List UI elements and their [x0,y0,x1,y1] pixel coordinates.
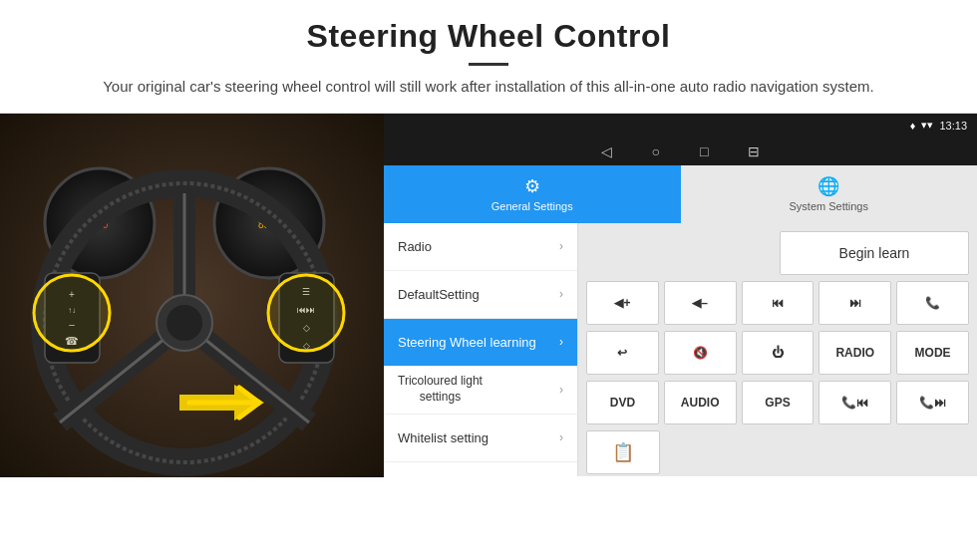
button-row-1: ◀+ ◀– ⏮ ⏭ 📞 [586,281,969,325]
settings-body: Radio › DefaultSetting › Steering Wheel … [384,223,977,476]
menu-item-steering-wheel[interactable]: Steering Wheel learning › [384,319,577,367]
vol-up-icon: ◀+ [614,296,630,310]
gps-button[interactable]: GPS [742,381,814,424]
phone-icon: 📞 [925,296,940,310]
gps-label: GPS [765,396,790,410]
settings-panel: Begin learn ◀+ ◀– ⏮ ⏭ [578,223,977,476]
next-track-icon: ⏭ [849,296,861,310]
menu-item-default-label: DefaultSetting [398,287,480,302]
vol-down-icon: ◀– [692,296,708,310]
list-icon-button[interactable]: 📋 [586,430,660,474]
phone-prev-button[interactable]: 📞⏮ [818,381,891,424]
begin-learn-row: Begin learn [586,231,969,275]
button-row-2: ↩ 🔇 ⏻ RADIO MODE [586,331,969,375]
screenshot-nav-icon[interactable]: ⊟ [748,143,760,159]
power-button[interactable]: ⏻ [742,331,814,375]
page-header: Steering Wheel Control Your original car… [0,0,977,109]
home-nav-icon[interactable]: ○ [652,143,660,159]
prev-track-button[interactable]: ⏮ [742,281,814,325]
button-row-3: DVD AUDIO GPS 📞⏮ 📞⏭ [586,381,969,424]
menu-item-tricoloured[interactable]: Tricoloured lightsettings › [384,367,577,415]
bottom-row: 📋 [586,430,969,474]
chevron-icon: › [559,239,563,253]
audio-label: AUDIO [681,396,720,410]
page-subtitle: Your original car's steering wheel contr… [60,76,917,99]
settings-menu: Radio › DefaultSetting › Steering Wheel … [384,223,578,476]
svg-point-25 [34,275,110,351]
mode-label: MODE [915,346,951,360]
recent-nav-icon[interactable]: □ [700,143,708,159]
nav-bar[interactable]: ◁ ○ □ ⊟ [384,138,977,165]
system-settings-label: System Settings [790,200,868,212]
svg-point-26 [268,275,344,351]
next-track-button[interactable]: ⏭ [818,281,891,325]
phone-next-icon: 📞⏭ [919,396,946,410]
chevron-icon: › [559,287,563,301]
mode-button[interactable]: MODE [896,331,969,375]
dvd-label: DVD [610,396,635,410]
phone-next-button[interactable]: 📞⏭ [896,381,969,424]
general-settings-icon: ⚙ [524,175,540,197]
steering-wheel-image: 180 8000 + ↑↓ – ☎ ☰ ⏮⏭ [0,114,384,477]
time-display: 13:13 [939,120,967,132]
chevron-icon: › [559,383,563,397]
audio-button[interactable]: AUDIO [664,381,737,424]
chevron-icon: › [559,430,563,444]
title-divider [469,63,508,66]
radio-label: RADIO [835,346,874,360]
menu-item-radio[interactable]: Radio › [384,223,577,271]
vol-up-button[interactable]: ◀+ [586,281,659,325]
begin-learn-button[interactable]: Begin learn [780,231,969,275]
status-bar: ♦ ▾▾ 13:13 [384,114,977,138]
tab-system-settings[interactable]: 🌐 System Settings [681,165,978,223]
dvd-button[interactable]: DVD [586,381,659,424]
vol-down-button[interactable]: ◀– [664,281,737,325]
spacer [586,231,774,275]
tab-general-settings[interactable]: ⚙ General Settings [384,165,681,223]
signal-icon: ▾▾ [921,119,933,132]
menu-item-steering-label: Steering Wheel learning [398,335,536,350]
phone-prev-icon: 📞⏮ [841,396,868,410]
photo-area: 180 8000 + ↑↓ – ☎ ☰ ⏮⏭ [0,114,384,477]
page-title: Steering Wheel Control [60,18,917,55]
chevron-icon: › [559,335,563,349]
prev-track-icon: ⏮ [772,296,784,310]
menu-item-whitelist-label: Whitelist setting [398,430,488,445]
menu-item-whitelist[interactable]: Whitelist setting › [384,415,577,462]
mute-icon: 🔇 [693,346,708,360]
back-nav-icon[interactable]: ◁ [601,143,612,159]
general-settings-label: General Settings [491,200,573,212]
menu-item-default-setting[interactable]: DefaultSetting › [384,271,577,319]
mute-button[interactable]: 🔇 [664,331,737,375]
location-icon: ♦ [910,120,916,132]
menu-item-radio-label: Radio [398,239,432,254]
radio-button[interactable]: RADIO [818,331,891,375]
phone-button[interactable]: 📞 [896,281,969,325]
menu-item-tricoloured-label: Tricoloured lightsettings [398,374,483,405]
list-icon: 📋 [612,441,634,463]
back-icon: ↩ [617,346,627,360]
android-ui: ♦ ▾▾ 13:13 ◁ ○ □ ⊟ ⚙ General Settings 🌐 … [384,114,977,476]
power-icon: ⏻ [772,346,784,360]
system-settings-icon: 🌐 [817,175,839,197]
svg-point-14 [166,305,202,341]
settings-tabs: ⚙ General Settings 🌐 System Settings [384,165,977,223]
main-content: 180 8000 + ↑↓ – ☎ ☰ ⏮⏭ [0,113,977,476]
back-button[interactable]: ↩ [586,331,659,375]
